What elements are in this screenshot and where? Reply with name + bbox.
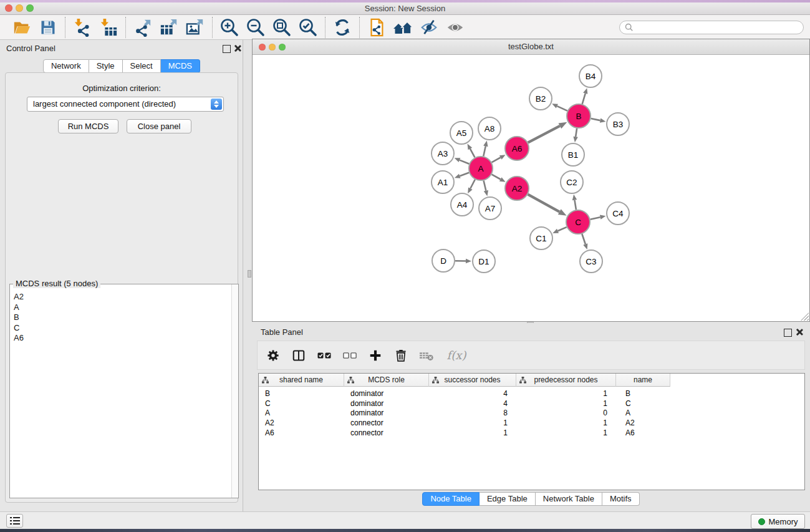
graph-node-B3[interactable]: B3	[607, 113, 629, 135]
table-row[interactable]: A2connector11A2	[259, 418, 804, 428]
table-cell[interactable]: 4	[429, 399, 516, 408]
graph-node-A1[interactable]: A1	[432, 171, 454, 193]
table-cell[interactable]: dominator	[344, 389, 429, 398]
graph-node-C3[interactable]: C3	[580, 250, 602, 273]
graph-edge-C-C4[interactable]	[591, 217, 600, 220]
table-float-icon[interactable]	[784, 329, 792, 337]
tab-node-table[interactable]: Node Table	[422, 492, 480, 506]
graph-edge-A-A4[interactable]	[470, 180, 475, 188]
graph-edge-A6-B[interactable]	[528, 126, 560, 143]
table-cell[interactable]: 4	[429, 389, 516, 398]
table-row[interactable]: Adominator80A	[259, 408, 804, 418]
graph-node-C2[interactable]: C2	[561, 171, 583, 193]
export-image-icon[interactable]	[182, 16, 208, 39]
table-cell[interactable]: A	[616, 409, 670, 417]
table-settings-gear-icon[interactable]	[265, 346, 281, 365]
table-cell[interactable]: 1	[516, 428, 616, 437]
tab-motifs[interactable]: Motifs	[602, 492, 640, 506]
column-header-MCDS-role[interactable]: MCDS role	[344, 374, 429, 387]
import-network-icon[interactable]	[69, 16, 95, 39]
table-cell[interactable]: dominator	[344, 409, 429, 417]
search-input[interactable]	[637, 22, 798, 32]
graph-node-A4[interactable]: A4	[451, 193, 473, 216]
table-cell[interactable]: 8	[429, 409, 516, 417]
save-session-icon[interactable]	[35, 16, 61, 39]
mcds-result-item[interactable]: A	[14, 302, 232, 313]
optimization-criterion-select[interactable]: largest connected component (directed)	[27, 97, 224, 112]
graph-node-A7[interactable]: A7	[479, 197, 501, 220]
memory-button[interactable]: Memory	[751, 514, 805, 529]
table-cell[interactable]: B	[259, 389, 344, 398]
network-canvas[interactable]: AA1A2A3A4A5A6A7A8BB1B2B3B4CC1C2C3C4DD1	[253, 55, 809, 321]
graph-node-A5[interactable]: A5	[450, 122, 473, 144]
deselect-all-icon[interactable]	[342, 346, 358, 365]
graph-node-B2[interactable]: B2	[529, 87, 552, 110]
home-icon[interactable]	[390, 16, 416, 39]
tab-mcds[interactable]: MCDS	[161, 59, 200, 73]
table-row[interactable]: Cdominator41C	[259, 399, 804, 409]
tab-select[interactable]: Select	[123, 59, 161, 73]
table-row[interactable]: Bdominator41B	[259, 389, 804, 399]
graph-edge-B-B2[interactable]	[557, 106, 567, 111]
mcds-result-item[interactable]: B	[14, 312, 232, 323]
table-cell[interactable]: B	[616, 389, 670, 398]
column-header-name[interactable]: name	[616, 374, 670, 387]
table-cell[interactable]: A6	[616, 428, 670, 437]
graph-node-C4[interactable]: C4	[607, 202, 629, 225]
graph-node-A2[interactable]: A2	[505, 177, 529, 200]
graph-edge-A-A6[interactable]	[492, 157, 501, 162]
graph-node-A6[interactable]: A6	[505, 137, 529, 160]
table-cell[interactable]: connector	[344, 428, 429, 437]
zoom-out-icon[interactable]	[243, 16, 269, 39]
mcds-result-item[interactable]: A6	[14, 333, 232, 344]
graph-edge-A-A7[interactable]	[484, 180, 486, 190]
table-cell[interactable]: 1	[516, 399, 616, 408]
graph-node-A[interactable]: A	[469, 157, 493, 180]
graph-node-D1[interactable]: D1	[473, 250, 495, 273]
open-file-icon[interactable]	[9, 16, 35, 39]
tab-style[interactable]: Style	[89, 59, 123, 73]
task-history-icon[interactable]	[6, 514, 23, 528]
close-panel-icon[interactable]	[234, 44, 241, 52]
graph-node-B4[interactable]: B4	[579, 65, 602, 87]
float-panel-icon[interactable]	[223, 45, 231, 53]
table-cell[interactable]: C	[259, 399, 344, 408]
table-cell[interactable]: 1	[429, 418, 516, 427]
graph-node-D[interactable]: D	[432, 249, 455, 272]
tab-network-table[interactable]: Network Table	[536, 492, 602, 506]
add-row-icon[interactable]	[367, 346, 383, 365]
import-table-icon[interactable]	[95, 16, 122, 39]
graph-edge-A-A5[interactable]	[470, 148, 475, 157]
graph-node-B[interactable]: B	[567, 104, 591, 128]
graph-node-C[interactable]: C	[566, 210, 590, 234]
close-panel-button[interactable]: Close panel	[127, 119, 191, 133]
zoom-selected-icon[interactable]	[295, 16, 321, 39]
tab-network[interactable]: Network	[43, 59, 89, 73]
mcds-result-item[interactable]: C	[14, 323, 232, 334]
graph-node-B1[interactable]: B1	[562, 143, 584, 166]
run-mcds-button[interactable]: Run MCDS	[58, 119, 118, 133]
graph-node-A8[interactable]: A8	[478, 117, 501, 140]
network-file-icon[interactable]	[364, 16, 390, 39]
delete-table-icon[interactable]	[418, 346, 435, 365]
graph-edge-C-C2[interactable]	[574, 200, 576, 210]
graph-edge-B-B1[interactable]	[576, 128, 577, 137]
mcds-result-item[interactable]: A2	[14, 292, 232, 302]
graph-edge-A-A3[interactable]	[460, 160, 469, 164]
graph-edge-C-C1[interactable]	[558, 227, 567, 231]
column-header-successor-nodes[interactable]: successor nodes	[429, 374, 516, 387]
hide-graphics-icon[interactable]	[416, 16, 442, 39]
graph-edge-A-A8[interactable]	[483, 146, 486, 156]
zoom-fit-icon[interactable]	[269, 16, 295, 39]
graph-edge-B-B3[interactable]	[591, 118, 600, 120]
table-cell[interactable]: A2	[616, 418, 670, 427]
tab-edge-table[interactable]: Edge Table	[480, 492, 536, 506]
graph-edge-B-B4[interactable]	[582, 94, 586, 104]
table-cell[interactable]: connector	[344, 418, 429, 427]
graph-edge-A2-C[interactable]	[528, 195, 560, 212]
result-list-scrollbar[interactable]	[231, 284, 238, 498]
function-builder-icon[interactable]: f(x)	[444, 346, 469, 365]
pane-scrollbar-thumb[interactable]	[248, 270, 251, 278]
table-cell[interactable]: dominator	[344, 399, 429, 408]
show-columns-icon[interactable]	[291, 346, 307, 365]
